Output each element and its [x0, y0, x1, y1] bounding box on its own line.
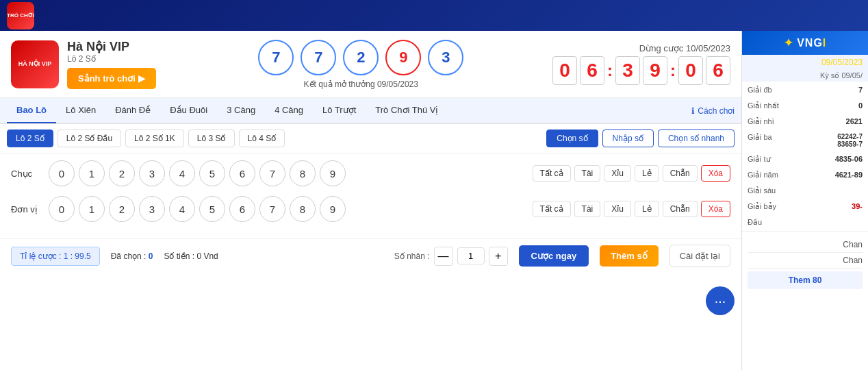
dv-xiu-btn[interactable]: Xỉu	[604, 201, 631, 217]
tab-lo-truot[interactable]: Lô Trượt	[313, 98, 366, 123]
dv-all-btn[interactable]: Tất cả	[533, 201, 571, 217]
right-date: 09/05/2023	[742, 55, 868, 70]
sub-tab-lo4so[interactable]: Lô 4 Số	[239, 130, 285, 147]
app-logo: TRÒ CHƠI	[7, 2, 34, 29]
chuc-8[interactable]: 8	[290, 160, 316, 186]
countdown-d3: 3	[615, 56, 640, 85]
dv-7[interactable]: 7	[259, 196, 285, 222]
prize-6-value	[808, 184, 867, 198]
dv-chan-btn[interactable]: Chẵn	[663, 201, 698, 217]
tab-dau-duoi[interactable]: Đầu Đuôi	[160, 98, 217, 123]
prize-5-value: 4621-89	[808, 168, 867, 182]
prize-2-label: Giải nhì	[743, 114, 807, 129]
right-period: Kỳ số 09/05/	[742, 70, 868, 82]
chat-button[interactable]: ···	[706, 286, 735, 315]
prizes-table: Giải đb 7 Giải nhất 0 Giải nhì 2621 Giải…	[742, 82, 868, 231]
add-number-btn[interactable]: Thêm số	[600, 245, 659, 267]
chuc-xoa-btn[interactable]: Xóa	[701, 165, 730, 182]
chuc-all-btn[interactable]: Tất cả	[533, 165, 571, 182]
dv-le-btn[interactable]: Lẻ	[635, 201, 659, 217]
multiplier-input[interactable]	[457, 247, 485, 264]
prize-5-label: Giải năm	[743, 168, 807, 182]
prize-4-value: 4835-06	[808, 152, 867, 166]
tab-tro-choi[interactable]: Trò Chơi Thú Vị	[366, 98, 448, 123]
play-button[interactable]: Sảnh trò chơi ▶	[67, 68, 156, 89]
chuc-6[interactable]: 6	[229, 160, 255, 186]
multiplier-label: Số nhân :	[394, 251, 430, 261]
dv-4[interactable]: 4	[169, 196, 195, 222]
chuc-3[interactable]: 3	[139, 160, 165, 186]
ball-3: 2	[343, 40, 379, 75]
dv-1[interactable]: 1	[79, 196, 105, 222]
dv-3[interactable]: 3	[139, 196, 165, 222]
chuc-tai-btn[interactable]: Tài	[574, 165, 601, 182]
game-info: Hà Nội VIP Lô 2 Số Sảnh trò chơi ▶	[67, 39, 156, 89]
prize-7-label: Giải bảy	[743, 199, 807, 214]
chuc-le-btn[interactable]: Lẻ	[635, 165, 659, 182]
chan-section: Chan Chan Them 80	[742, 231, 868, 295]
sub-tab-lo2so-dau[interactable]: Lô 2 Số Đầu	[58, 130, 121, 147]
chuc-1[interactable]: 1	[79, 160, 105, 186]
prize-row-db: Giải đb 7	[743, 83, 867, 97]
footer-bar: Tỉ lệ cược : 1 : 99.5 Đã chọn : 0 Số tiề…	[0, 238, 741, 273]
input-number-btn[interactable]: Nhập số	[602, 130, 654, 147]
don-vi-label: Đơn vị	[11, 204, 49, 214]
countdown-d5: 0	[678, 56, 703, 85]
chuc-2[interactable]: 2	[109, 160, 135, 186]
dv-tai-btn[interactable]: Tài	[574, 201, 601, 217]
game-logo: HÀ NỘI VIP	[11, 40, 59, 88]
don-vi-row: Đơn vị 0 1 2 3 4 5 6 7 8 9 Tất cả Tài Xỉ…	[11, 196, 730, 222]
sub-tabs: Lô 2 Số Lô 2 Số Đầu Lô 2 Số 1K Lô 3 Số L…	[0, 124, 741, 153]
dv-6[interactable]: 6	[229, 196, 255, 222]
chuc-7[interactable]: 7	[259, 160, 285, 186]
tab-4-cang[interactable]: 4 Càng	[265, 98, 313, 123]
prize-3-label: Giải ba	[743, 130, 807, 151]
dv-2[interactable]: 2	[109, 196, 135, 222]
choose-number-btn[interactable]: Chọn số	[546, 130, 598, 147]
prize-dau-value	[808, 215, 867, 230]
tab-3-cang[interactable]: 3 Càng	[217, 98, 265, 123]
sub-tab-lo3so[interactable]: Lô 3 Số	[188, 130, 235, 147]
chuc-xiu-btn[interactable]: Xỉu	[604, 165, 631, 182]
chuc-5[interactable]: 5	[199, 160, 225, 186]
chuc-row: Chục 0 1 2 3 4 5 6 7 8 9 Tất cả Tài Xỉu	[11, 160, 730, 186]
increase-btn[interactable]: +	[489, 247, 508, 266]
chuc-4[interactable]: 4	[169, 160, 195, 186]
them-80: Them 80	[748, 271, 863, 289]
help-link[interactable]: ℹ Cách chơi	[691, 106, 735, 116]
ball-5: 3	[428, 40, 463, 75]
dv-9[interactable]: 9	[320, 196, 346, 222]
sub-tab-lo2so-1k[interactable]: Lô 2 Số 1K	[125, 130, 184, 147]
result-date: Kết quả mở thưởng 09/05/2023	[304, 79, 418, 89]
bet-now-btn[interactable]: Cược ngay	[519, 245, 589, 267]
prize-row-1: Giải nhất 0	[743, 99, 867, 113]
picker-area: Chục 0 1 2 3 4 5 6 7 8 9 Tất cả Tài Xỉu	[0, 153, 741, 238]
dv-0[interactable]: 0	[49, 196, 75, 222]
reset-btn[interactable]: Cài đặt lại	[669, 245, 730, 267]
chuc-9[interactable]: 9	[320, 160, 346, 186]
quick-choose-btn[interactable]: Chọn số nhanh	[658, 130, 735, 147]
chosen-info: Đã chọn : 0	[111, 251, 153, 261]
chosen-count: 0	[149, 251, 153, 261]
decrease-btn[interactable]: —	[434, 247, 453, 266]
sub-tab-lo2so[interactable]: Lô 2 Số	[7, 130, 53, 147]
chuc-0[interactable]: 0	[49, 160, 75, 186]
game-subtitle: Lô 2 Số	[67, 54, 156, 64]
countdown-section: Dừng cược 10/05/2023 0 6 : 3 9 : 0 6	[552, 43, 730, 85]
dv-5[interactable]: 5	[199, 196, 225, 222]
tab-navigation: Bao Lô Lô Xiên Đánh Đề Đầu Đuôi 3 Càng 4…	[0, 98, 741, 124]
info-icon: ℹ	[691, 106, 695, 116]
odds-badge: Tỉ lệ cược : 1 : 99.5	[11, 247, 100, 266]
countdown-d1: 0	[552, 56, 577, 85]
game-header: HÀ NỘI VIP Hà Nội VIP Lô 2 Số Sảnh trò c…	[0, 31, 741, 98]
tab-lo-xien[interactable]: Lô Xiên	[56, 98, 105, 123]
tab-bao-lo[interactable]: Bao Lô	[7, 98, 56, 123]
dv-xoa-btn[interactable]: Xóa	[701, 201, 730, 217]
prize-db-label: Giải đb	[743, 83, 807, 97]
action-buttons: Chọn số Nhập số Chọn số nhanh	[546, 130, 735, 147]
chuc-chan-btn[interactable]: Chẵn	[663, 165, 698, 182]
dv-8[interactable]: 8	[290, 196, 316, 222]
prize-1-value: 0	[808, 99, 867, 113]
tab-danh-de[interactable]: Đánh Đề	[105, 98, 160, 123]
countdown-display: 0 6 : 3 9 : 0 6	[552, 56, 730, 85]
